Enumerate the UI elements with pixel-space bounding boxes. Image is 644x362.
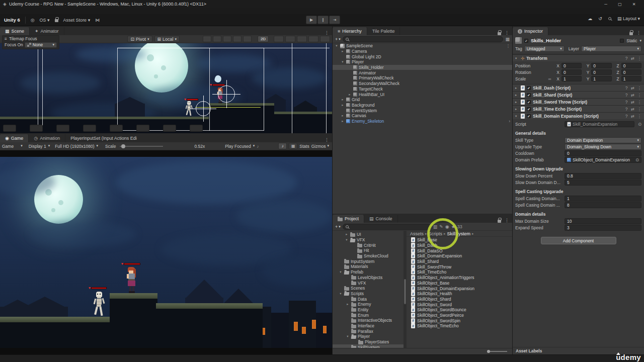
expander-icon[interactable]: ▾ bbox=[335, 44, 339, 48]
file-item[interactable]: # SkillObject_Shard bbox=[407, 297, 512, 302]
enabled-checkbox[interactable]: ✓ bbox=[527, 86, 531, 90]
folder-item[interactable]: Enum bbox=[333, 312, 404, 318]
audio-toggle-icon[interactable]: ♪ bbox=[278, 143, 287, 149]
gizmos-dropdown[interactable]: Gizmos▾ bbox=[311, 144, 329, 149]
x-field[interactable]: 0 bbox=[561, 69, 582, 75]
os-dropdown[interactable]: OS ▾ bbox=[40, 18, 50, 23]
folder-item[interactable]: ▾ Scripts bbox=[333, 291, 404, 297]
hierarchy-item[interactable]: TargetCheck bbox=[333, 86, 512, 92]
property-value[interactable]: SkillObject_DomainExpansion⊙ bbox=[565, 157, 641, 163]
lock-icon[interactable] bbox=[498, 32, 501, 35]
scene-viewport[interactable]: ♥ ♥ bbox=[0, 43, 332, 133]
expander-icon[interactable]: ▸ bbox=[341, 119, 345, 123]
hierarchy-item[interactable]: ▸ Grid bbox=[333, 97, 512, 103]
menu-icon[interactable]: ⋮ bbox=[637, 107, 642, 112]
scale-slider[interactable] bbox=[120, 146, 163, 147]
panel-menu-icon[interactable]: ⋮ bbox=[325, 30, 329, 35]
step-button[interactable]: ⇥ bbox=[329, 16, 340, 24]
hierarchy-item[interactable]: Animator bbox=[333, 70, 512, 75]
z-field[interactable]: 0 bbox=[621, 69, 641, 75]
expander-icon[interactable]: ▾ bbox=[341, 60, 345, 64]
folder-item[interactable]: CritHit bbox=[333, 242, 404, 248]
folder-item[interactable]: Interface bbox=[333, 323, 404, 329]
folder-item[interactable]: ▾ VFX bbox=[333, 237, 404, 243]
file-item[interactable]: # SkillObject_AnimationTriggers bbox=[407, 275, 512, 281]
gameobject-name-field[interactable]: Skills_Holder bbox=[531, 38, 617, 43]
scene-option-icon[interactable] bbox=[308, 36, 318, 42]
expander-icon[interactable]: ▾ bbox=[345, 238, 349, 242]
menu-icon[interactable]: ⋮ bbox=[637, 114, 642, 119]
asset-store-dropdown[interactable]: Asset Store ▾ bbox=[63, 18, 91, 23]
panel-menu-icon[interactable]: ⋮ bbox=[636, 30, 641, 35]
scene-mode-icon[interactable] bbox=[203, 36, 211, 42]
enabled-checkbox[interactable]: ✓ bbox=[527, 114, 531, 118]
lock-icon[interactable] bbox=[498, 220, 501, 223]
tab-project[interactable]: Project bbox=[333, 215, 364, 223]
x-field[interactable]: 1 bbox=[561, 76, 582, 81]
expander-icon[interactable]: ▸ bbox=[341, 114, 345, 118]
expander-icon[interactable]: ▸ bbox=[515, 86, 519, 90]
hierarchy-item[interactable]: EventSystem bbox=[333, 108, 512, 113]
tag-dropdown[interactable]: Untagged ▾ bbox=[524, 46, 565, 52]
link-scale-icon[interactable]: ∞ bbox=[547, 76, 552, 81]
scene-option-icon[interactable] bbox=[320, 36, 330, 42]
tab-scene[interactable]: ▦ Scene bbox=[0, 27, 30, 35]
preset-icon[interactable]: ⇄ bbox=[630, 100, 634, 105]
tilemap-tool-icon[interactable] bbox=[190, 125, 203, 132]
component-header[interactable]: ▸ # ✓ Skill_Shard (Script) ? ⇄ ⋮ bbox=[513, 91, 644, 98]
layout-dropdown[interactable]: ▤ Layout ▾ bbox=[617, 16, 640, 21]
search-icon[interactable] bbox=[608, 17, 611, 20]
static-dropdown-icon[interactable]: ▾ bbox=[639, 39, 641, 43]
y-field[interactable]: 0 bbox=[591, 63, 611, 68]
enabled-checkbox[interactable]: ✓ bbox=[527, 93, 531, 97]
help-icon[interactable]: ? bbox=[625, 114, 628, 119]
tab-animator[interactable]: ✦ Animator bbox=[30, 27, 64, 35]
component-header[interactable]: ▸ # ✓ Skill_Time Echo (Script) ? ⇄ ⋮ bbox=[513, 105, 644, 112]
tab-console[interactable]: ▤ Console bbox=[364, 215, 398, 223]
pivot-dropdown[interactable]: ⊡ Pivot ▾ bbox=[127, 36, 152, 42]
expander-icon[interactable]: ▾ bbox=[346, 334, 350, 338]
enabled-checkbox[interactable]: ✓ bbox=[527, 107, 531, 111]
tilemap-tool-icon[interactable] bbox=[30, 125, 43, 132]
preset-icon[interactable]: ⇄ bbox=[630, 93, 634, 98]
hierarchy-item[interactable]: ▸ Enemy_Skeleton › bbox=[333, 119, 512, 124]
help-icon[interactable]: ? bbox=[625, 93, 628, 98]
hierarchy-item[interactable]: Global Light 2D bbox=[333, 54, 512, 59]
expander-icon[interactable]: ▸ bbox=[345, 232, 349, 236]
breadcrumb-item[interactable]: SkillSystem ▸ bbox=[447, 231, 474, 236]
z-field[interactable]: 1 bbox=[621, 76, 641, 81]
minimize-button[interactable]: ─ bbox=[599, 2, 613, 7]
icon-size-slider[interactable] bbox=[487, 351, 507, 352]
property-value[interactable]: 0 bbox=[565, 150, 641, 156]
hierarchy-item[interactable]: ▾ Player bbox=[333, 59, 512, 65]
folder-item[interactable]: SmokeCloud bbox=[333, 253, 404, 259]
info-icon[interactable]: ◉ bbox=[445, 224, 449, 229]
folder-item[interactable]: VFX bbox=[333, 280, 404, 286]
lock-icon[interactable] bbox=[629, 32, 633, 35]
tilemap-tool-icon[interactable] bbox=[163, 125, 176, 132]
enabled-checkbox[interactable]: ✓ bbox=[527, 100, 531, 104]
property-value[interactable]: Domain_Slowing Down▾ bbox=[565, 144, 641, 150]
x-field[interactable]: 0 bbox=[561, 63, 582, 68]
component-header[interactable]: ▸ # ✓ Skill_Sword Throw (Script) ? ⇄ ⋮ bbox=[513, 98, 644, 105]
file-item[interactable]: # Skill_TimeEcho bbox=[407, 269, 512, 275]
file-item[interactable]: # SkillObject_Base bbox=[407, 281, 512, 286]
expander-icon[interactable]: ▸ bbox=[515, 100, 519, 104]
focus-on-dropdown[interactable]: None ▾ bbox=[25, 42, 57, 48]
expander-icon[interactable]: ▾ bbox=[515, 56, 519, 60]
aspect-dropdown[interactable]: Game▾ bbox=[2, 144, 23, 149]
play-focused-dropdown[interactable]: Play Focused▾ bbox=[225, 144, 255, 149]
local-dropdown[interactable]: ⊞ Local ▾ bbox=[154, 36, 180, 42]
expander-icon[interactable]: ▸ bbox=[341, 49, 345, 53]
menu-icon[interactable]: ⋮ bbox=[637, 85, 642, 90]
transform-header[interactable]: ▾ ⊹ Transform ? ⇄ ⋮ bbox=[513, 54, 644, 61]
hierarchy-item[interactable]: SecondaryWallCheck bbox=[333, 81, 512, 86]
tab-animation[interactable]: ◷ Animation bbox=[29, 134, 65, 142]
scene-option-icon[interactable] bbox=[297, 36, 307, 42]
tilemap-tool-icon[interactable] bbox=[56, 125, 69, 132]
scene-mode-icon[interactable] bbox=[223, 36, 231, 42]
hierarchy-search-input[interactable] bbox=[343, 36, 504, 42]
hierarchy-item[interactable]: ▸ Background bbox=[333, 103, 512, 108]
add-gameobject-button[interactable]: +▾ bbox=[335, 37, 341, 42]
row-menu-icon[interactable]: ⋮ bbox=[506, 43, 511, 48]
